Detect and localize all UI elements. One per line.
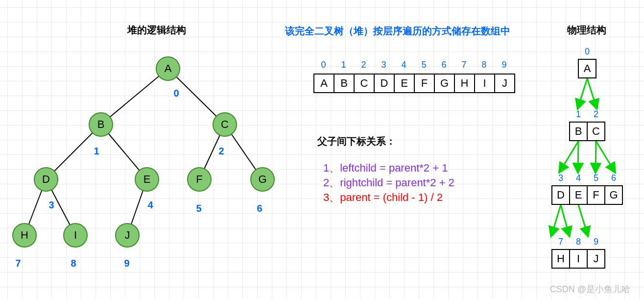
tree-node: B	[89, 112, 113, 137]
physical-cell: F	[587, 185, 605, 205]
array-cell: G	[434, 74, 455, 93]
array-row: ABCDEFGHIJ	[313, 74, 515, 93]
physical-index: 8	[576, 237, 581, 247]
physical-index: 7	[558, 237, 563, 247]
array-index: 0	[321, 60, 326, 70]
physical-cell: E	[569, 185, 588, 205]
array-index: 5	[421, 60, 426, 70]
tree-node-index: 8	[71, 258, 76, 269]
physical-index: 5	[594, 173, 598, 183]
tree-node-index: 1	[94, 146, 99, 157]
array-index: 7	[461, 60, 466, 70]
diagram: 堆的逻辑结构 该完全二叉树（堆）按层序遍历的方式储存在数组中 物理结构 ABCD…	[0, 0, 644, 299]
tree-node: I	[63, 223, 88, 248]
physical-index: 3	[558, 173, 563, 183]
physical-cell: I	[569, 249, 588, 269]
physical-title: 物理结构	[567, 24, 606, 37]
svg-line-10	[587, 78, 596, 108]
relation-line: 2、rightchild = parent*2 + 2	[323, 175, 454, 190]
physical-cell: B	[569, 122, 588, 141]
tree-node-index: 3	[48, 199, 54, 211]
array-cell: F	[414, 74, 435, 93]
svg-line-9	[578, 78, 587, 108]
physical-cell: J	[587, 249, 605, 269]
tree-node-index: 2	[218, 146, 224, 157]
tree-node-index: 5	[196, 203, 201, 214]
physical-cell: D	[551, 185, 570, 205]
svg-line-17	[578, 205, 588, 235]
physical-cell: H	[551, 249, 570, 269]
storage-title: 该完全二叉树（堆）按层序遍历的方式储存在数组中	[285, 25, 510, 38]
svg-line-15	[551, 205, 561, 235]
relation-line: 3、parent = (child - 1) / 2	[323, 190, 443, 205]
watermark: CSDN @是小鱼儿哈	[550, 283, 630, 295]
array-index: 9	[501, 60, 506, 70]
svg-line-12	[578, 141, 578, 172]
array-index: 3	[381, 60, 386, 70]
physical-index: 9	[594, 237, 598, 247]
physical-cell: G	[604, 185, 623, 205]
tree-node: D	[34, 167, 58, 192]
physical-cell: C	[587, 122, 605, 141]
tree-node: A	[156, 56, 180, 81]
tree-node-index: 6	[257, 203, 262, 214]
physical-index: 6	[611, 173, 616, 183]
array-index: 1	[341, 60, 346, 70]
physical-index: 4	[576, 173, 581, 183]
array-index: 6	[441, 60, 446, 70]
array-cell: I	[474, 74, 495, 93]
svg-line-14	[596, 141, 615, 172]
array-cell: B	[334, 74, 355, 93]
physical-index: 0	[585, 47, 590, 57]
array-cell: J	[494, 74, 515, 93]
tree-node: C	[213, 112, 237, 137]
tree-node-index: 9	[124, 258, 129, 269]
array-index: 2	[361, 60, 366, 70]
tree-node-index: 4	[147, 199, 153, 211]
array-index: 8	[481, 60, 486, 70]
array-cell: C	[354, 74, 375, 93]
array-cell: A	[313, 74, 334, 93]
physical-row: HIJ	[551, 249, 605, 269]
svg-line-0	[101, 69, 168, 125]
physical-row: A	[578, 59, 596, 78]
physical-cell: A	[578, 59, 596, 78]
tree-node: J	[115, 223, 140, 248]
tree-node-index: 7	[15, 258, 21, 269]
relation-line: 1、leftchild = parent*2 + 1	[323, 161, 448, 175]
svg-line-13	[596, 141, 596, 172]
physical-row: DEFG	[551, 185, 623, 205]
tree-node: E	[135, 167, 159, 192]
array-cell: E	[394, 74, 415, 93]
array-cell: D	[374, 74, 395, 93]
logical-title: 堆的逻辑结构	[127, 24, 186, 37]
tree-node: F	[187, 167, 212, 192]
physical-index: 2	[594, 109, 598, 120]
physical-row: BC	[569, 122, 605, 141]
tree-node-index: 0	[173, 88, 179, 99]
physical-index: 1	[576, 109, 581, 120]
tree-node: G	[250, 167, 275, 192]
svg-line-16	[561, 205, 569, 235]
relations-title: 父子间下标关系：	[317, 135, 396, 148]
tree-node: H	[12, 223, 37, 248]
array-index: 4	[401, 60, 406, 70]
svg-line-11	[560, 141, 578, 172]
array-cell: H	[454, 74, 475, 93]
